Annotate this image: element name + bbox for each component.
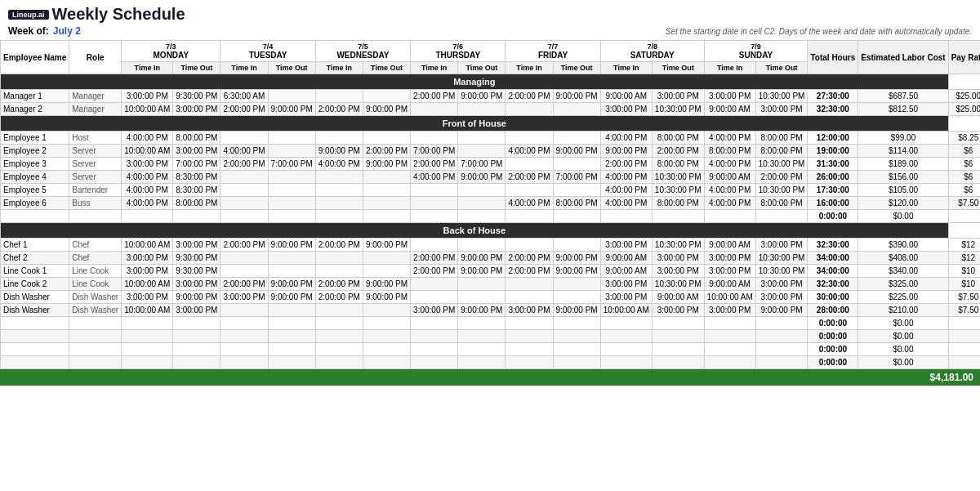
section-header: Managing xyxy=(1,74,981,90)
tue-in-header: Time In xyxy=(220,62,268,74)
thursday-header: 7/6 THURSDAY xyxy=(411,41,506,62)
table-row: Dish WasherDish Washer10:00:00 AM3:00:00… xyxy=(1,304,981,317)
table-row: 0:00:00$0.00 xyxy=(1,356,981,369)
employee-name-header: Employee Name xyxy=(1,41,69,74)
header: Lineup.ai Weekly Schedule xyxy=(0,0,980,25)
role-header: Role xyxy=(69,41,122,74)
monday-date: 7/3 xyxy=(124,42,217,51)
sat-out-header: Time Out xyxy=(652,62,704,74)
table-row: Manager 1Manager3:00:00 PM9:30:00 PM6:30… xyxy=(1,90,981,103)
table-row: Dish WasherDish Washer3:00:00 PM9:00:00 … xyxy=(1,291,981,304)
hint-text: Set the starting date in cell C2. Days o… xyxy=(666,27,972,36)
table-row: Employee 3Server3:00:00 PM7:00:00 PM2:00… xyxy=(1,158,981,171)
mon-out-header: Time Out xyxy=(173,62,220,74)
table-row: Employee 1Host4:00:00 PM8:00:00 PM4:00:0… xyxy=(1,132,981,145)
monday-name: MONDAY xyxy=(124,51,217,60)
day-header-row: Employee Name Role 7/3 MONDAY 7/4 TUESDA… xyxy=(1,41,981,62)
table-row: Line Cook 1Line Cook3:00:00 PM9:30:00 PM… xyxy=(1,265,981,278)
table-row: Employee 5Bartender4:00:00 PM8:30:00 PM4… xyxy=(1,184,981,197)
table-row: 0:00:00$0.00 xyxy=(1,330,981,343)
sat-in-header: Time In xyxy=(600,62,652,74)
tuesday-header: 7/4 TUESDAY xyxy=(220,41,315,62)
friday-header: 7/7 FRIDAY xyxy=(506,41,600,62)
labor-cost-header: Estimated Labor Cost xyxy=(858,41,948,74)
app-title: Weekly Schedule xyxy=(52,5,185,24)
grand-total-value: $4,181.00 xyxy=(930,372,973,383)
table-row: 0:00:00$0.00 xyxy=(1,210,981,223)
table-row: Line Cook 2Line Cook10:00:00 AM3:00:00 P… xyxy=(1,278,981,291)
thu-in-header: Time In xyxy=(411,62,458,74)
fri-in-header: Time In xyxy=(506,62,553,74)
table-row: 0:00:00$0.00 xyxy=(1,343,981,356)
wednesday-header: 7/5 WEDNESDAY xyxy=(315,41,410,62)
saturday-header: 7/8 SATURDAY xyxy=(600,41,704,62)
grand-total-row: $4,181.00 xyxy=(0,369,980,386)
monday-header: 7/3 MONDAY xyxy=(122,41,220,62)
sunday-header: 7/9 SUNDAY xyxy=(704,41,808,62)
table-row: Manager 2Manager10:00:00 AM3:00:00 PM2:0… xyxy=(1,103,981,116)
tue-out-header: Time Out xyxy=(268,62,315,74)
table-row: 0:00:00$0.00 xyxy=(1,317,981,330)
table-row: Chef 2Chef3:00:00 PM9:30:00 PM2:00:00 PM… xyxy=(1,252,981,265)
week-date: July 2 xyxy=(53,25,81,37)
table-row: Employee 6Buss4:00:00 PM8:00:00 PM4:00:0… xyxy=(1,197,981,210)
thu-out-header: Time Out xyxy=(458,62,506,74)
week-label: Week of: xyxy=(8,25,49,37)
total-hours-header: Total Hours xyxy=(808,41,858,74)
table-row: Chef 1Chef10:00:00 AM3:00:00 PM2:00:00 P… xyxy=(1,239,981,252)
table-row: Employee 4Server4:00:00 PM8:30:00 PM4:00… xyxy=(1,171,981,184)
sun-out-header: Time Out xyxy=(755,62,808,74)
wed-out-header: Time Out xyxy=(363,62,410,74)
section-header: Front of House xyxy=(1,116,981,132)
week-row: Week of: July 2 Set the starting date in… xyxy=(0,25,980,40)
fri-out-header: Time Out xyxy=(553,62,600,74)
schedule-table: Employee Name Role 7/3 MONDAY 7/4 TUESDA… xyxy=(0,40,980,369)
sun-in-header: Time In xyxy=(704,62,755,74)
pay-rate-header: Pay Rate xyxy=(948,41,980,74)
mon-in-header: Time In xyxy=(122,62,173,74)
table-row: Employee 2Server10:00:00 AM3:00:00 PM4:0… xyxy=(1,145,981,158)
section-header: Back of House xyxy=(1,223,981,239)
logo: Lineup.ai xyxy=(8,10,49,20)
wed-in-header: Time In xyxy=(315,62,363,74)
